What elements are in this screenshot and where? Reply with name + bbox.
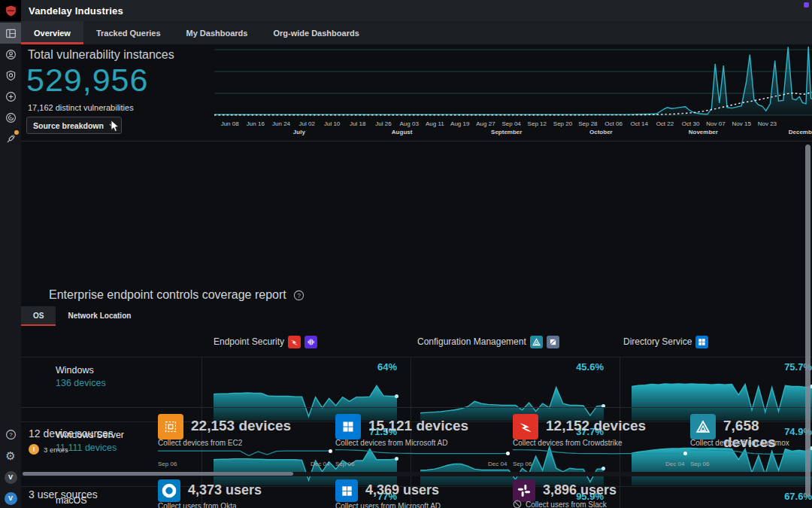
circle-slash-icon — [513, 500, 522, 508]
notification-dot[interactable] — [804, 2, 809, 8]
slack-icon — [513, 479, 535, 502]
page-title: Vandelay Industries — [29, 5, 123, 17]
spark-date-start: Sep 06 — [158, 461, 177, 467]
row-windows: Windows 136 devices — [56, 365, 106, 388]
device-source-count: 15,121 devices — [368, 418, 468, 434]
top-header: Vandelay Industries — [21, 0, 812, 21]
microsoft-ad-icon — [335, 479, 358, 502]
vertical-scrollbar-thumb[interactable] — [805, 144, 810, 497]
tab-org-wide-dashboards[interactable]: Org-wide Dashboards — [260, 21, 371, 44]
user-sources-title: 3 user sources — [29, 488, 98, 500]
sidebar-item-dashboards[interactable] — [0, 23, 21, 44]
device-source-count: 22,153 devices — [191, 418, 291, 434]
sidebar: ? ⚙ V V — [0, 0, 21, 508]
sidebar-item-add[interactable] — [0, 86, 21, 107]
aws-ec2-icon — [158, 414, 183, 440]
tab-my-dashboards[interactable]: My Dashboards — [174, 21, 261, 44]
spark-date-end: Dec 04 — [311, 461, 329, 467]
coverage-pct: 75.7% — [632, 361, 812, 373]
user-source-desc: Collect users from Microsoft AD — [335, 502, 441, 508]
spark-date-start: Sep 06 — [335, 461, 354, 467]
jamf-protect-icon — [304, 336, 317, 348]
mouse-cursor — [111, 120, 120, 132]
warning-icon: ! — [29, 444, 39, 455]
sidebar-item-settings[interactable]: ⚙ — [0, 446, 21, 467]
user-sources-section: 3 user sources 4,373 users Collect users… — [21, 476, 812, 508]
tab-tracked-queries[interactable]: Tracked Queries — [83, 21, 174, 44]
device-sources-title: 12 device sources — [29, 427, 114, 440]
crowdstrike-icon — [513, 414, 538, 440]
user-source-count: 4,373 users — [188, 482, 262, 498]
user-source-desc: Collect users from Slack — [526, 500, 607, 508]
user-source-count: 4,369 users — [365, 482, 439, 498]
spark-date-end: Dec 04 — [488, 461, 507, 467]
sidebar-item-help[interactable]: ? — [0, 424, 21, 445]
user-source-desc: Collect users from Okta — [158, 502, 236, 508]
device-source-sparkline[interactable] — [335, 446, 508, 458]
vuln-trend-chart[interactable] — [214, 47, 812, 118]
coverage-pct: 45.6% — [420, 361, 604, 373]
device-source-count: 12,152 devices — [546, 418, 646, 434]
device-source-sparkline[interactable] — [513, 446, 686, 458]
spark-date-start: Sep 06 — [690, 461, 709, 467]
sccm-icon — [547, 336, 559, 348]
coverage-tab-network-location[interactable]: Network Location — [56, 306, 143, 325]
coverage-pct: 64% — [214, 361, 397, 373]
microsoft-icon — [695, 336, 708, 348]
column-endpoint-security: Endpoint Security — [214, 328, 317, 355]
spark-date-start: Sep 06 — [513, 461, 532, 467]
svg-text:?: ? — [9, 431, 13, 438]
crowdstrike-icon — [288, 336, 301, 348]
device-source-sparkline[interactable] — [690, 446, 812, 458]
sidebar-item-vulnerabilities-radar[interactable] — [0, 107, 21, 128]
dashboard-root: ? ⚙ V V Vandelay Industries Overview Tra… — [0, 0, 812, 508]
tab-overview[interactable]: Overview — [21, 21, 83, 44]
user-avatar[interactable]: V — [0, 488, 21, 508]
column-directory-service: Directory Service — [623, 328, 708, 355]
chart-y-axis: 600k400k200k0 — [0, 47, 211, 118]
user-source-count: 3,896 users — [543, 482, 617, 498]
device-sources-errors[interactable]: ! 3 errors — [29, 444, 68, 455]
row-windows-devices: 136 devices — [56, 378, 106, 388]
sevco-logo-icon[interactable] — [0, 0, 21, 21]
org-avatar[interactable]: V — [0, 467, 21, 488]
column-configuration-management: Configuration Management — [417, 328, 559, 355]
coverage-section: Enterprise endpoint controls coverage re… — [21, 141, 812, 407]
okta-icon — [158, 479, 180, 502]
coverage-title: Enterprise endpoint controls coverage re… — [49, 288, 286, 302]
spark-date-end: Dec 04 — [665, 461, 684, 467]
main-tabbar: Overview Tracked Queries My Dashboards O… — [21, 21, 812, 44]
microsoft-ad-icon — [335, 414, 361, 440]
automox-icon — [530, 336, 543, 348]
device-source-sparkline[interactable] — [158, 446, 331, 458]
help-icon[interactable]: ? — [293, 290, 304, 301]
svg-text:?: ? — [297, 291, 301, 299]
integrations-alert-dot — [14, 130, 19, 135]
automox-icon — [690, 414, 716, 440]
sidebar-item-device-security[interactable] — [0, 65, 21, 86]
sidebar-item-integrations[interactable] — [0, 128, 21, 149]
device-sources-section: 12 device sources ! 3 errors 22,153 devi… — [21, 407, 812, 472]
coverage-tabbar: OS Network Location — [21, 306, 143, 325]
sidebar-item-identity-inventory[interactable] — [0, 44, 21, 65]
coverage-tab-os[interactable]: OS — [21, 306, 56, 325]
horizontal-scrollbar-thumb[interactable] — [23, 472, 293, 476]
source-breakdown-dropdown[interactable]: Source breakdown — [26, 117, 122, 134]
